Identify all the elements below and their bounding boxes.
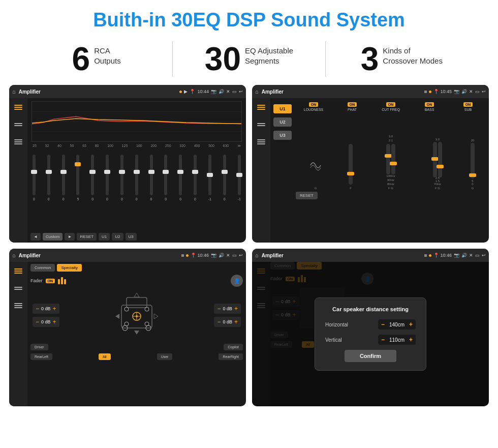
speaker-icon[interactable] [12,137,24,147]
slider-12[interactable]: 0 [194,155,197,201]
wave-icon[interactable] [12,120,24,130]
sp-buttons-row1: Driver Copilot [30,344,243,350]
u2-btn[interactable]: U2 [112,233,123,241]
horizontal-control: − 140cm + [378,319,416,330]
slider-15[interactable]: -1 [238,155,241,201]
page-title: Buith-in 30EQ DSP Sound System [0,0,498,36]
sp-home-icon[interactable]: ⌂ [12,252,16,258]
sp-buttons-row2: RearLeft All User RearRight [30,353,243,360]
tab-common[interactable]: Common [30,264,55,272]
cutfreq-control: ON CUT FREQ [373,102,409,111]
slider-5[interactable]: 0 [91,155,94,201]
phat-label: PHAT [348,108,357,111]
vertical-plus[interactable]: + [409,336,413,343]
fader-label: Fader [30,278,43,283]
u1-channel[interactable]: U1 [273,104,292,113]
stat-crossover: 3 Kinds ofCrossover Modes [336,43,468,75]
u3-btn[interactable]: U3 [126,233,137,241]
sp-eq-icon[interactable] [12,266,24,276]
horizontal-plus[interactable]: + [409,321,413,328]
minus-btn-1[interactable]: − [36,305,39,312]
slider-8[interactable]: 0 [135,155,138,201]
fader-on-badge[interactable]: ON [46,279,55,283]
fader-bars [58,277,66,284]
horizontal-value: 140cm [387,322,407,327]
u1-btn[interactable]: U1 [99,233,110,241]
sp-sidebar [9,262,27,406]
vol-icon: 🔊 [219,89,224,94]
rearleft-btn[interactable]: RearLeft [30,353,52,360]
sub-label: SUB [464,108,472,111]
plus-btn-4[interactable]: + [234,318,238,325]
user-btn[interactable]: User [157,353,173,360]
home-icon[interactable]: ⌂ [12,88,16,95]
dlg-home-icon[interactable]: ⌂ [255,252,259,258]
slider-11[interactable]: 0 [179,155,182,201]
plus-btn-1[interactable]: + [53,305,56,312]
slider-4[interactable]: 5 [76,155,79,201]
sp-wave-icon[interactable] [12,283,24,293]
tab-specialty[interactable]: Specialty [57,264,81,272]
loudness-label: LOUDNESS [304,108,324,111]
slider-9[interactable]: 0 [150,155,153,201]
slider-1[interactable]: 0 [33,155,36,201]
sp-spk-icon[interactable] [12,301,24,311]
amp-home-icon[interactable]: ⌂ [255,88,259,95]
bass-on[interactable]: ON [425,102,434,107]
minus-btn-3[interactable]: − [217,305,221,312]
vertical-label: Vertical [325,337,342,343]
plus-btn-2[interactable]: + [53,318,56,325]
sp-topbar: ⌂ Amplifier 📍 10:46 📷 🔊 ✕ ▭ ↩ [9,249,246,262]
horizontal-minus[interactable]: − [381,321,385,328]
prev-btn[interactable]: ◄ [30,233,41,241]
stat-number-6: 6 [72,43,90,75]
next-btn[interactable]: ► [65,233,75,241]
stat-text-rca: RCAOutputs [94,43,121,66]
reset-btn[interactable]: RESET [77,233,97,241]
phat-on[interactable]: ON [348,102,357,107]
custom-btn[interactable]: Custom [43,233,63,241]
dialog-screen: ⌂ Amplifier 📍 10:46 📷 🔊 ✕ ▭ ↩ [252,249,489,406]
db-control-tr: − 0 dB + [214,304,241,314]
slider-7[interactable]: 0 [120,155,123,201]
copilot-btn[interactable]: Copilot [224,344,243,350]
u2-channel[interactable]: U2 [273,117,292,127]
eq-sidebar [9,98,27,243]
bass-label: BASS [425,108,434,111]
slider-2[interactable]: 0 [47,155,50,201]
confirm-button[interactable]: Confirm [345,350,396,362]
u3-channel[interactable]: U3 [273,131,292,140]
eq-icon[interactable] [12,102,24,112]
slider-10[interactable]: 0 [164,155,167,201]
rearright-btn[interactable]: RearRight [219,353,243,360]
amp-reset-btn[interactable]: RESET [296,192,318,199]
dlg-title: Amplifier [262,253,421,258]
amp-spk-icon[interactable] [255,137,267,147]
amp-eq-icon[interactable] [255,102,267,112]
cutfreq-on[interactable]: ON [386,102,396,107]
all-btn[interactable]: All [99,353,111,360]
vertical-minus[interactable]: − [381,336,385,343]
slider-6[interactable]: 0 [106,155,109,201]
db-control-tl: − 0 dB + [33,304,59,314]
fader-row: Fader ON 👤 [30,275,243,287]
db-control-bl: − 0 dB + [33,317,59,327]
minus-btn-4[interactable]: − [217,318,221,325]
loudness-on[interactable]: ON [309,102,319,107]
horizontal-row: Horizontal − 140cm + [325,319,416,330]
sub-on[interactable]: ON [463,102,473,107]
amp-wave-icon[interactable] [255,120,267,130]
plus-btn-3[interactable]: + [234,305,238,312]
driver-btn[interactable]: Driver [30,344,48,350]
amp-content: U1 U2 U3 ON LOUDNESS ON PHAT [270,98,489,243]
slider-3[interactable]: 0 [62,155,65,201]
sub-slider-col: 20 5 0 G [459,139,486,190]
right-controls: − 0 dB + − 0 dB + [214,304,241,327]
amp-topbar-right: 📍 10:45 📷 🔊 ✕ ▭ ↩ [424,89,486,94]
sub-control: ON SUB [450,102,486,111]
minus-btn-2[interactable]: − [36,318,39,325]
slider-14[interactable]: 0 [223,155,226,201]
speaker-screen: ⌂ Amplifier 📍 10:46 📷 🔊 ✕ ▭ ↩ [9,249,246,406]
back-icon[interactable]: ↩ [239,89,243,94]
slider-13[interactable]: -1 [208,155,211,201]
